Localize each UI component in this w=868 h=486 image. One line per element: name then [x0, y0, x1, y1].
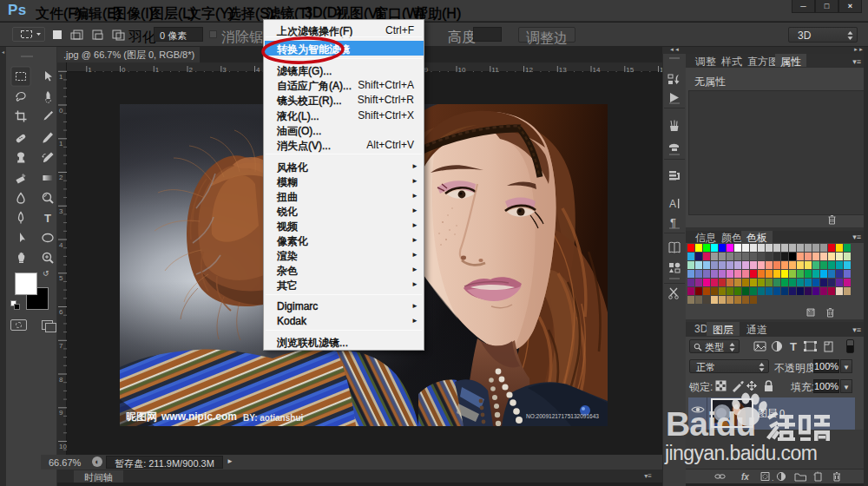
svg-text:昵图网: 昵图网: [126, 410, 157, 423]
svg-text:3: 3: [59, 207, 63, 215]
svg-text:8: 8: [59, 376, 63, 384]
svg-text:1: 1: [59, 73, 63, 81]
svg-text:10: 10: [59, 443, 67, 450]
svg-text:1: 1: [59, 140, 63, 148]
svg-text:A: A: [669, 198, 676, 210]
svg-text:0: 0: [59, 107, 63, 115]
svg-text:9: 9: [59, 409, 63, 417]
svg-text:T: T: [790, 340, 797, 353]
svg-text:BY: aotianshui: BY: aotianshui: [243, 413, 303, 423]
svg-text:www.nipic.com: www.nipic.com: [161, 410, 237, 423]
svg-text:¶: ¶: [670, 216, 676, 229]
svg-text:T: T: [44, 212, 51, 225]
svg-text:4: 4: [59, 241, 63, 249]
svg-text:.: .: [772, 474, 774, 483]
svg-text:NO:20091217175132091643: NO:20091217175132091643: [526, 413, 599, 419]
svg-text:7: 7: [59, 342, 63, 350]
svg-text:2: 2: [59, 174, 63, 181]
svg-text:fx: fx: [741, 472, 749, 482]
svg-text:6: 6: [59, 308, 63, 316]
svg-text:5: 5: [59, 274, 63, 282]
